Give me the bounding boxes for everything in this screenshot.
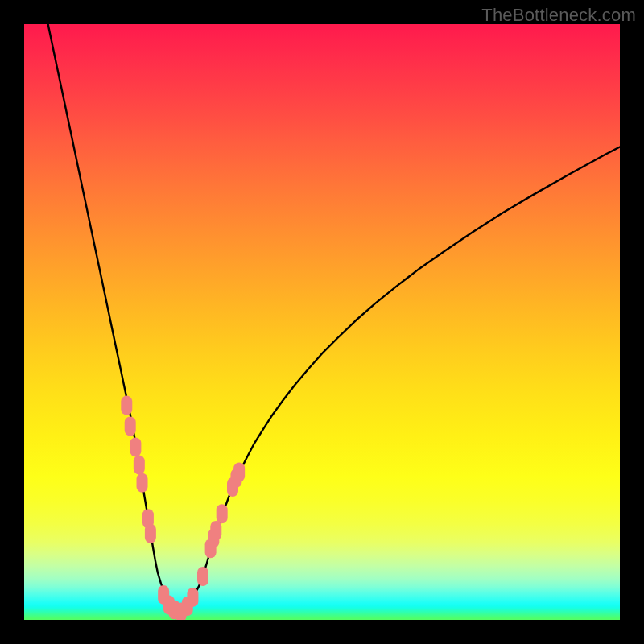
curve-path [179,147,620,612]
data-marker [187,588,198,607]
data-marker [125,417,136,436]
marker-group [121,396,245,620]
data-marker [130,437,141,456]
curve-path [48,24,180,612]
data-marker [145,524,156,543]
watermark-text: TheBottleneck.com [481,5,636,26]
data-marker [134,456,145,475]
data-marker [210,521,221,540]
data-marker [197,567,208,586]
data-marker [233,462,245,481]
data-marker [121,396,132,415]
chart-svg [24,24,620,620]
chart-frame: TheBottleneck.com [0,0,644,644]
data-marker [217,504,228,523]
chart-plot-area [24,24,620,620]
data-marker [137,473,148,493]
